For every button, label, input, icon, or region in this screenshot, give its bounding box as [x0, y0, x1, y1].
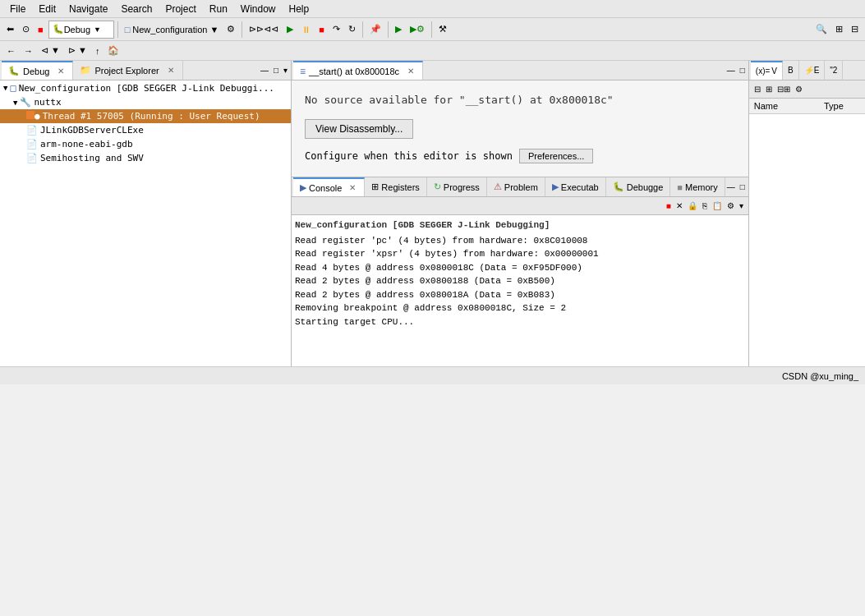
run-last-btn[interactable]: ▶⚙	[407, 22, 428, 36]
new-config-btn[interactable]: □ New_configuration ▼	[122, 23, 223, 36]
view-btn[interactable]: ⊟	[848, 22, 862, 36]
tree-jlink[interactable]: 📄 JLinkGDBServerCLExe	[0, 123, 291, 137]
maximize-left-btn[interactable]: □	[272, 65, 280, 76]
menu-project[interactable]: Project	[159, 2, 202, 16]
progress-tab[interactable]: ↻ Progress	[427, 177, 487, 196]
menu-window[interactable]: Window	[234, 2, 283, 16]
tree-thread[interactable]: ● Thread #1 57005 (Running : User Reques…	[0, 109, 291, 123]
back-btn[interactable]: ⬅	[3, 22, 17, 36]
console-panel: ▶ Console ✕ ⊞ Registers ↻ Progress ⚠ Pro…	[292, 177, 748, 366]
editor-tab-bar: ≡ __start() at 0x800018c ✕ — □	[292, 61, 748, 80]
menu-file[interactable]: File	[3, 2, 32, 16]
copy-btn[interactable]: ⎘	[701, 200, 709, 211]
resume-btn[interactable]: ▶	[283, 22, 297, 36]
maximize-console-btn[interactable]: □	[738, 182, 747, 192]
run-btn[interactable]: ▶	[392, 22, 405, 36]
terminate-btn[interactable]: ■	[315, 23, 328, 36]
nuttx-icon: 🔧	[20, 97, 31, 108]
maximize-editor-btn[interactable]: □	[738, 65, 747, 76]
console-actions: — □	[725, 182, 747, 192]
console-tab-label: Console	[309, 183, 342, 193]
up-btn[interactable]: ↑	[92, 44, 104, 57]
stop-console-btn[interactable]: ■	[665, 200, 673, 211]
var-toolbar: ⊟ ⊞ ⊟⊞ ⚙	[749, 80, 865, 99]
view-menu-left-btn[interactable]: ▾	[282, 65, 289, 76]
config-arrow: ▼	[209, 25, 219, 34]
step-over-btn[interactable]: ↻	[345, 22, 359, 36]
home2-btn[interactable]: 🏠	[104, 44, 122, 57]
debug-tab[interactable]: 🐛 Debug ✕	[2, 61, 73, 80]
editor-tab-close[interactable]: ✕	[406, 67, 416, 76]
menu-help[interactable]: Help	[283, 2, 316, 16]
preferences-btn[interactable]: Preferences...	[519, 149, 593, 163]
variables-tab[interactable]: (x)= V	[751, 61, 783, 80]
registers-label: Registers	[381, 182, 419, 192]
variables-label: V	[771, 67, 777, 76]
new-config-icon: □	[125, 25, 131, 34]
nav-back-btn[interactable]: ←	[3, 44, 19, 57]
menu-search[interactable]: Search	[114, 2, 159, 16]
sep2	[242, 21, 242, 38]
menu-edit[interactable]: Edit	[32, 2, 62, 16]
paste-btn[interactable]: 📋	[711, 200, 724, 211]
external-tools-btn[interactable]: ⚒	[435, 22, 450, 36]
bp-label: B	[788, 66, 794, 75]
registers-tab[interactable]: ⊞ Registers	[365, 177, 426, 196]
console-more-btn[interactable]: ▾	[738, 200, 745, 211]
config-settings-btn[interactable]: ⚙	[223, 22, 238, 36]
modules-label: "2	[830, 66, 837, 75]
minimize-editor-btn[interactable]: —	[725, 65, 737, 76]
thread-icon: ●	[26, 111, 40, 122]
main-toolbar: ⬅ ⊙ ■ 🐛 Debug ▼ □ New_configuration ▼ ⚙ …	[0, 18, 865, 41]
debug-tab-close[interactable]: ✕	[56, 67, 66, 76]
layout-btn[interactable]: ⊟⊞	[775, 84, 792, 94]
view-disassembly-btn[interactable]: View Disassembly...	[305, 119, 413, 139]
collapse-all-btn[interactable]: ⊟	[752, 84, 762, 94]
tree-root[interactable]: ▼ □ New_configuration [GDB SEGGER J-Link…	[0, 80, 291, 95]
perspective-btn[interactable]: ⊞	[832, 22, 846, 36]
menu-navigate[interactable]: Navigate	[62, 2, 114, 16]
debug-config-dropdown[interactable]: 🐛 Debug ▼	[48, 21, 114, 39]
console-line-2: Read register 'xpsr' (4 bytes) from hard…	[295, 247, 745, 261]
select-all-btn[interactable]: ⊞	[764, 84, 774, 94]
stop-btn[interactable]: ■	[35, 23, 47, 36]
console-opts-btn[interactable]: ⚙	[725, 200, 736, 211]
console-tab[interactable]: ▶ Console ✕	[293, 177, 365, 196]
editor-tab[interactable]: ≡ __start() at 0x800018c ✕	[293, 61, 423, 80]
tree-arm-gdb[interactable]: 📄 arm-none-eabi-gdb	[0, 137, 291, 151]
executab-tab[interactable]: ▶ Executab	[545, 177, 606, 196]
pin-btn[interactable]: 📌	[366, 22, 384, 36]
arm-gdb-icon: 📄	[26, 139, 38, 149]
explorer-tab[interactable]: 📁 Project Explorer ✕	[73, 61, 182, 80]
configure-label: Configure when this editor is shown	[305, 150, 513, 162]
nav-fwd-hist-btn[interactable]: ⊳ ▼	[65, 44, 90, 57]
problem-label: Problem	[504, 182, 538, 192]
executab-label: Executab	[561, 182, 599, 192]
debugge-tab[interactable]: 🐛 Debugge	[606, 177, 671, 196]
run-controls-btn[interactable]: ⊳⊳⊲⊲	[246, 22, 282, 36]
expressions-tab[interactable]: ⚡E	[799, 61, 826, 80]
memory-tab[interactable]: ■ Memory	[670, 177, 725, 196]
nav-hist-btn[interactable]: ⊲ ▼	[38, 44, 63, 57]
tree-semihosting[interactable]: 📄 Semihosting and SWV	[0, 151, 291, 165]
minimize-console-btn[interactable]: —	[725, 182, 737, 192]
tree-nuttx[interactable]: ▼ 🔧 nuttx	[0, 95, 291, 109]
var-settings-btn[interactable]: ⚙	[794, 84, 804, 94]
modules-tab[interactable]: "2	[825, 61, 843, 80]
clear-console-btn[interactable]: ✕	[674, 200, 684, 211]
step-into-btn[interactable]: ↷	[329, 22, 343, 36]
problem-icon: ⚠	[494, 182, 502, 192]
left-panel: 🐛 Debug ✕ 📁 Project Explorer ✕ — □ ▾ ▼ □…	[0, 61, 292, 366]
minimize-left-btn[interactable]: —	[259, 65, 270, 76]
problem-tab[interactable]: ⚠ Problem	[487, 177, 545, 196]
scroll-lock-btn[interactable]: 🔒	[686, 200, 699, 211]
search-btn[interactable]: 🔍	[812, 22, 830, 36]
sep5	[431, 21, 432, 38]
explorer-tab-close[interactable]: ✕	[166, 66, 176, 75]
nav-fwd-btn[interactable]: →	[21, 44, 36, 57]
console-tab-close[interactable]: ✕	[347, 183, 357, 192]
home-btn[interactable]: ⊙	[19, 22, 33, 36]
menu-run[interactable]: Run	[203, 2, 234, 16]
suspend-btn[interactable]: ⏸	[298, 23, 314, 36]
breakpoints-tab[interactable]: B	[783, 61, 799, 80]
